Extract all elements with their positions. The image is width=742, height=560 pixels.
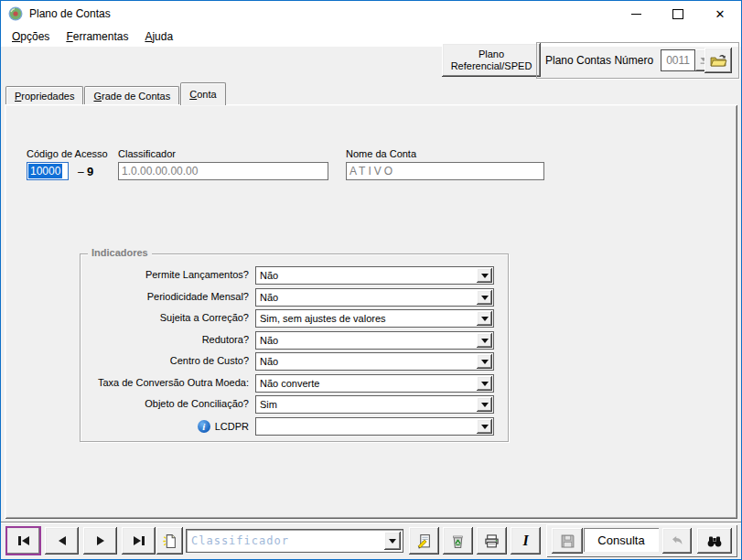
next-record-button[interactable]	[83, 527, 117, 555]
undo-button[interactable]	[662, 528, 692, 554]
printer-icon	[484, 533, 500, 549]
indicator-row: Redutora? Não	[81, 331, 508, 350]
lcdpr-label: LCDPR	[215, 421, 249, 432]
binoculars-icon	[706, 533, 723, 549]
chevron-down-icon	[481, 296, 489, 300]
menu-ajuda[interactable]: Ajuda	[136, 28, 181, 45]
codigo-de-acesso-input[interactable]: 10000	[27, 162, 69, 180]
sujeita-correcao-label: Sujeita a Correção?	[81, 312, 249, 323]
window-title: Plano de Contas	[29, 7, 111, 20]
select-value: Não	[256, 270, 476, 281]
select-value: Não	[256, 356, 476, 367]
search-button[interactable]	[697, 528, 732, 554]
tab-grade-de-contas-label: Grade de Contas	[93, 87, 170, 105]
dropdown-button[interactable]	[477, 397, 492, 412]
status-mode-box: Consulta	[584, 528, 659, 552]
dropdown-button[interactable]	[477, 311, 492, 326]
centro-de-custo-select[interactable]: Não	[255, 352, 494, 371]
menu-opcoes[interactable]: Opções	[4, 28, 58, 45]
folder-open-icon	[709, 53, 727, 69]
redutora-label: Redutora?	[81, 334, 249, 345]
print-button[interactable]	[477, 527, 507, 555]
codigo-check-digit: – 9	[78, 165, 93, 178]
last-record-button[interactable]	[122, 527, 156, 555]
taxa-conversao-label: Taxa de Conversão Outra Moeda:	[81, 377, 249, 388]
maximize-button[interactable]	[657, 1, 699, 27]
permite-lancamentos-select[interactable]: Não	[255, 266, 494, 285]
redutora-select[interactable]: Não	[255, 331, 494, 350]
info-icon[interactable]: i	[198, 420, 210, 433]
codigo-de-acesso-label: Código de Acesso	[27, 148, 108, 159]
nome-da-conta-label: Nome da Conta	[346, 148, 416, 159]
classificador-combo-dropdown[interactable]	[384, 532, 401, 550]
indicator-row: Permite Lançamentos? Não	[81, 266, 508, 285]
dropdown-button[interactable]	[477, 419, 492, 434]
open-plano-button[interactable]	[704, 48, 732, 73]
lcdpr-label-group: i LCDPR	[81, 420, 249, 433]
tab-propriedades[interactable]: Propriedades	[5, 86, 83, 105]
lcdpr-select[interactable]	[255, 417, 494, 436]
edit-record-button[interactable]	[409, 527, 439, 555]
nome-da-conta-input[interactable]: ATIVO	[346, 162, 544, 180]
tab-grade-de-contas[interactable]: Grade de Contas	[84, 86, 179, 105]
indicator-row: Periodicidade Mensal? Não	[81, 288, 508, 307]
plano-referencial-sped-button[interactable]: Plano Referencial/SPED	[442, 43, 541, 77]
periodicidade-mensal-select[interactable]: Não	[255, 288, 494, 307]
select-value: Não	[256, 292, 476, 303]
recycle-bin-icon	[450, 533, 466, 549]
dropdown-button[interactable]	[477, 333, 492, 348]
indicadores-groupbox: Indicadores Permite Lançamentos? Não Per…	[80, 253, 509, 442]
indicator-row: i LCDPR	[81, 417, 508, 436]
first-record-icon	[18, 536, 21, 545]
dropdown-button[interactable]	[477, 268, 492, 283]
menu-ferramentas[interactable]: Ferramentas	[58, 28, 136, 45]
last-record-icon	[142, 536, 145, 545]
tab-conta-label: Conta	[189, 83, 216, 105]
delete-record-button[interactable]	[443, 527, 473, 555]
conta-tab-page: Código de Acesso 10000 – 9 Classificador…	[5, 104, 737, 519]
maximize-icon	[672, 9, 683, 19]
chevron-down-icon	[481, 360, 489, 364]
close-button[interactable]: ✕	[699, 1, 741, 27]
italic-icon: I	[522, 533, 528, 549]
new-record-button[interactable]	[156, 527, 183, 555]
last-record-icon-arrow	[134, 536, 141, 545]
permite-lancamentos-label: Permite Lançamentos?	[81, 269, 249, 280]
dropdown-button[interactable]	[477, 354, 492, 369]
undo-icon	[670, 533, 684, 548]
indicadores-caption: Indicadores	[88, 247, 152, 258]
objeto-conciliacao-label: Objeto de Conciliação?	[81, 398, 249, 409]
taxa-conversao-select[interactable]: Não converte	[255, 374, 494, 393]
tab-conta[interactable]: Conta	[180, 82, 225, 105]
classificador-combobox[interactable]: Classificador	[186, 529, 403, 553]
next-record-icon	[97, 536, 104, 545]
select-value: Não converte	[256, 378, 476, 389]
classificador-label: Classificador	[118, 148, 176, 159]
first-record-icon-arrow	[22, 536, 29, 545]
tab-propriedades-label: Propriedades	[15, 87, 74, 105]
chevron-down-icon	[389, 539, 396, 544]
sujeita-correcao-select[interactable]: Sim, sem ajustes de valores	[255, 309, 494, 328]
previous-record-icon	[59, 536, 66, 545]
select-value: Não	[256, 335, 476, 346]
previous-record-button[interactable]	[45, 527, 79, 555]
new-document-icon	[162, 533, 177, 549]
plano-contas-numero-label: Plano Contas Número	[545, 54, 653, 67]
classificador-input[interactable]: 1.0.00.00.00.00	[118, 162, 328, 180]
select-value: Sim, sem ajustes de valores	[256, 313, 476, 324]
chevron-down-icon	[481, 403, 489, 407]
save-disk-icon	[560, 533, 575, 549]
first-record-button[interactable]	[6, 527, 40, 555]
dropdown-button[interactable]	[477, 376, 492, 391]
periodicidade-mensal-label: Periodicidade Mensal?	[81, 291, 249, 302]
edit-document-icon	[416, 533, 432, 549]
minimize-button[interactable]	[615, 1, 657, 27]
objeto-conciliacao-select[interactable]: Sim	[255, 395, 494, 414]
centro-de-custo-label: Centro de Custo?	[81, 355, 249, 366]
codigo-selected-text: 10000	[28, 164, 62, 178]
chevron-down-icon	[481, 425, 489, 429]
dropdown-button[interactable]	[477, 290, 492, 305]
plano-contas-numero-field[interactable]: 0011	[661, 49, 695, 71]
italic-format-button[interactable]: I	[511, 527, 541, 555]
save-button[interactable]	[552, 528, 583, 554]
